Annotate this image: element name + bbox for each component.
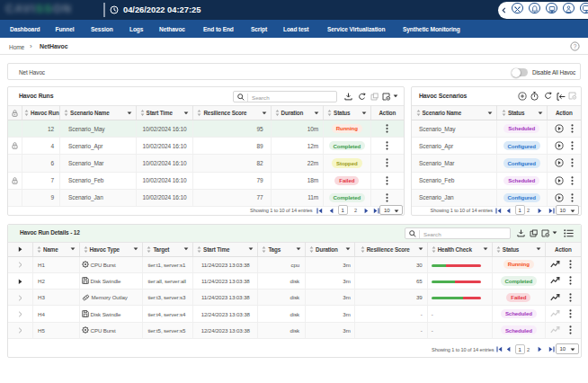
svg-text:?: ? — [574, 43, 577, 49]
